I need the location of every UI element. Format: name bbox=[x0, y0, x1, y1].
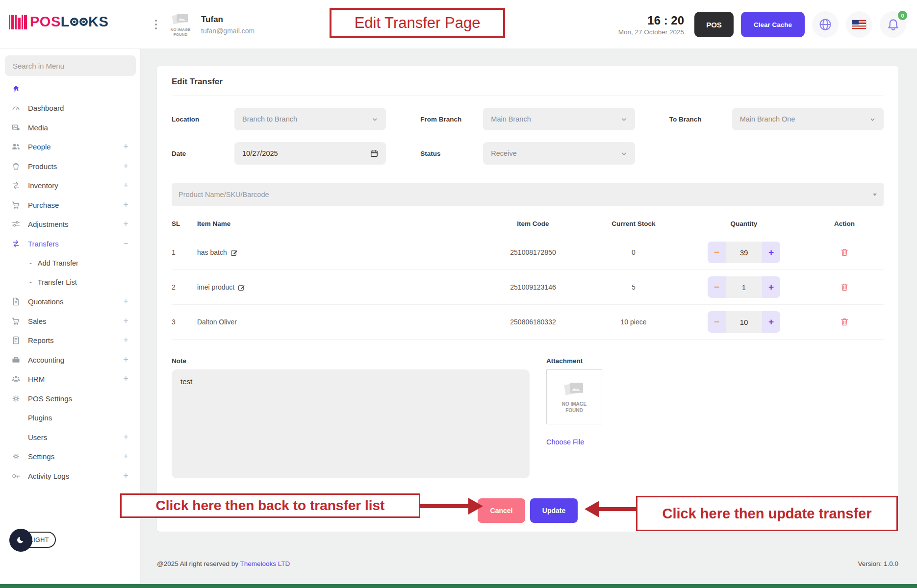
qty-minus-button[interactable]: − bbox=[708, 242, 726, 263]
logo-l: L bbox=[61, 14, 70, 30]
location-select[interactable]: Branch to Branch bbox=[234, 108, 386, 130]
sidebar-item-hrm[interactable]: HRM+ bbox=[0, 369, 140, 389]
document-icon bbox=[11, 297, 21, 306]
version-text: Version: 1.0.0 bbox=[858, 560, 898, 567]
col-current-stock: Current Stock bbox=[585, 220, 683, 227]
locale-flag-button[interactable] bbox=[846, 11, 872, 38]
qty-minus-button[interactable]: − bbox=[708, 276, 726, 298]
user-avatar: NO IMAGEFOUND bbox=[167, 12, 194, 37]
sidebar-item-accounting[interactable]: Accounting+ bbox=[0, 350, 140, 370]
annotation-update-hint: Click here then update transfer bbox=[636, 496, 898, 531]
trash-icon bbox=[840, 247, 849, 257]
user-name: Tufan bbox=[201, 15, 255, 24]
sidebar-item-quotations[interactable]: Quotations+ bbox=[0, 292, 140, 312]
no-image-icon bbox=[562, 380, 586, 398]
annotation-arrow-left bbox=[598, 507, 637, 511]
company-link[interactable]: Themelooks LTD bbox=[240, 560, 290, 567]
qty-minus-button[interactable]: − bbox=[708, 311, 726, 333]
gear-icon bbox=[11, 452, 21, 461]
qty-plus-button[interactable]: + bbox=[762, 276, 780, 298]
choose-file-link[interactable]: Choose File bbox=[546, 438, 584, 446]
product-search[interactable] bbox=[172, 183, 884, 206]
product-search-input[interactable] bbox=[178, 191, 873, 198]
sidebar-item-pos-settings[interactable]: POS Settings bbox=[0, 389, 140, 409]
sidebar-pin[interactable] bbox=[0, 80, 140, 98]
col-item-name: Item Name bbox=[197, 220, 482, 227]
edit-item-icon[interactable] bbox=[238, 284, 245, 291]
sidebar-item-adjustments[interactable]: Adjustments+ bbox=[0, 215, 140, 234]
globe-icon bbox=[818, 18, 832, 31]
to-branch-select[interactable]: Main Branch One bbox=[732, 108, 884, 130]
notifications-button[interactable]: 0 bbox=[880, 11, 906, 38]
qty-value[interactable]: 10 bbox=[726, 311, 762, 333]
key-icon bbox=[11, 471, 21, 481]
us-flag-icon bbox=[852, 20, 866, 29]
item-name: imei product bbox=[197, 283, 234, 291]
sidebar-item-plugins[interactable]: Plugins bbox=[0, 408, 140, 428]
note-textarea[interactable]: test bbox=[172, 369, 530, 478]
pos-button[interactable]: POS bbox=[694, 12, 734, 37]
qty-plus-button[interactable]: + bbox=[762, 311, 780, 333]
from-branch-select[interactable]: Main Branch bbox=[483, 108, 635, 130]
logo-o-ring bbox=[70, 18, 78, 26]
time: 16 : 20 bbox=[618, 14, 684, 27]
quantity-stepper: − 10 + bbox=[708, 311, 780, 333]
sidebar-item-dashboard[interactable]: Dashboard bbox=[0, 98, 140, 118]
sidebar-item-media[interactable]: Media bbox=[0, 118, 140, 138]
row-sl: 3 bbox=[172, 318, 197, 326]
theme-toggle[interactable]: LIGHT bbox=[11, 532, 56, 548]
sidebar-item-transfer-list[interactable]: -Transfer List bbox=[0, 273, 140, 293]
date: Mon, 27 October 2025 bbox=[618, 28, 684, 36]
sidebar-item-reports[interactable]: Reports+ bbox=[0, 331, 140, 350]
sidebar-item-products[interactable]: Products+ bbox=[0, 157, 140, 176]
delete-row-button[interactable] bbox=[840, 282, 849, 292]
to-branch-label: To Branch bbox=[669, 116, 732, 123]
sidebar-item-inventory[interactable]: Inventory+ bbox=[0, 176, 140, 196]
item-code: 251009123146 bbox=[482, 283, 585, 291]
sidebar-item-users[interactable]: Users+ bbox=[0, 428, 140, 447]
annotation-cancel-hint: Click here then back to transfer list bbox=[120, 493, 420, 518]
qty-plus-button[interactable]: + bbox=[762, 242, 780, 263]
update-button[interactable]: Update bbox=[530, 498, 578, 523]
logo-text: POSLKS bbox=[30, 14, 108, 30]
sidebar-item-people[interactable]: People+ bbox=[0, 137, 140, 157]
trash-icon bbox=[840, 317, 849, 327]
status-label: Status bbox=[420, 150, 483, 157]
status-select[interactable]: Receive bbox=[483, 142, 635, 165]
language-globe-button[interactable] bbox=[812, 11, 839, 38]
delete-row-button[interactable] bbox=[840, 317, 849, 327]
dashboard-icon bbox=[11, 103, 21, 113]
report-icon bbox=[11, 336, 21, 345]
from-branch-label: From Branch bbox=[420, 116, 483, 123]
row-sl: 1 bbox=[172, 248, 197, 256]
qty-value[interactable]: 1 bbox=[726, 276, 762, 298]
sidebar-item-settings[interactable]: Settings+ bbox=[0, 447, 140, 466]
sidebar-item-sales[interactable]: Sales+ bbox=[0, 312, 140, 331]
qty-value[interactable]: 39 bbox=[726, 242, 762, 263]
sidebar-item-activity-logs[interactable]: Activity Logs+ bbox=[0, 466, 140, 486]
notification-badge: 0 bbox=[897, 10, 908, 21]
current-stock: 10 piece bbox=[585, 318, 683, 326]
annotation-arrow-right bbox=[419, 504, 469, 508]
cancel-button[interactable]: Cancel bbox=[478, 498, 525, 523]
bell-icon bbox=[887, 18, 900, 31]
attachment-label: Attachment bbox=[546, 357, 602, 365]
item-name: has batch bbox=[197, 248, 227, 256]
edit-item-icon[interactable] bbox=[230, 249, 238, 256]
sidebar-item-add-transfer[interactable]: -Add Transfer bbox=[0, 253, 140, 273]
delete-row-button[interactable] bbox=[840, 247, 849, 257]
sidebar-item-transfers[interactable]: Transfers− bbox=[0, 234, 140, 254]
sidebar: Dashboard Media People+ Products+ Invent… bbox=[0, 49, 141, 584]
sidebar-search-input[interactable] bbox=[5, 55, 136, 76]
logo-o-ring bbox=[79, 18, 88, 26]
sidebar-item-purchase[interactable]: Purchase+ bbox=[0, 196, 140, 215]
clear-cache-button[interactable]: Clear Cache bbox=[741, 12, 805, 37]
location-label: Location bbox=[172, 116, 234, 123]
kebab-menu-icon[interactable] bbox=[152, 17, 160, 32]
attachment-preview: NO IMAGEFOUND bbox=[546, 369, 602, 424]
item-code: 250806180332 bbox=[482, 318, 585, 326]
edit-transfer-card: Edit Transfer Location Branch to Branch … bbox=[157, 66, 898, 532]
user-email: tufan@gmail.com bbox=[201, 27, 255, 35]
annotation-arrowhead-left bbox=[585, 501, 599, 517]
date-input[interactable]: 10/27/2025 bbox=[234, 142, 386, 165]
